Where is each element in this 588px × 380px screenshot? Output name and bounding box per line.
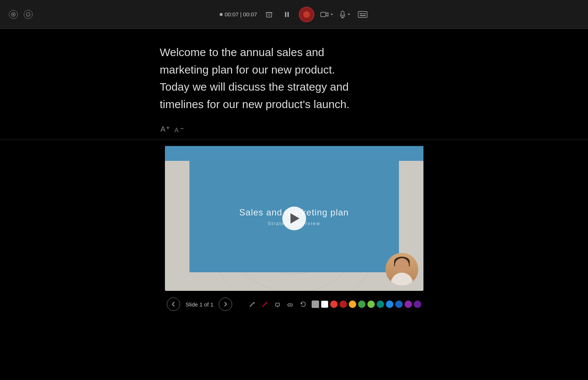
- slide-label: Slide 1 of 1: [185, 301, 213, 308]
- svg-marker-19: [348, 14, 350, 15]
- font-increase-icon: A: [160, 124, 169, 134]
- svg-rect-11: [285, 12, 286, 17]
- font-controls: A A: [0, 120, 588, 140]
- chevron-right-icon: [223, 302, 228, 307]
- color-deep-purple[interactable]: [414, 301, 421, 308]
- svg-rect-12: [287, 12, 289, 17]
- microphone-button[interactable]: [340, 11, 351, 18]
- mic-dropdown-icon: [347, 13, 351, 16]
- color-blue[interactable]: [386, 301, 393, 308]
- slide-area: Sales and marketing plan Strategic overv…: [0, 140, 588, 380]
- info-icon: i: [26, 12, 30, 17]
- color-purple[interactable]: [405, 301, 412, 308]
- play-triangle: [290, 213, 299, 224]
- toolbar-center: 00:07 | 00:07: [220, 7, 368, 22]
- color-gray[interactable]: [312, 301, 319, 308]
- undo-tool-button[interactable]: [298, 299, 308, 309]
- slide-container: Sales and marketing plan Strategic overv…: [165, 146, 423, 291]
- highlighter-tool-button[interactable]: [272, 299, 283, 309]
- close-icon: [11, 12, 16, 17]
- color-red[interactable]: [330, 301, 338, 308]
- avatar-head: [395, 258, 409, 272]
- color-dark-blue[interactable]: [395, 301, 403, 308]
- font-decrease-button[interactable]: A: [174, 124, 183, 134]
- svg-rect-16: [341, 11, 344, 16]
- eraser-tool-button[interactable]: [285, 299, 295, 309]
- drawing-tools: [247, 299, 308, 309]
- play-circle: [282, 207, 306, 230]
- camera-dropdown-icon: [330, 13, 334, 16]
- font-increase-button[interactable]: A: [160, 124, 169, 134]
- color-yellow[interactable]: [349, 301, 356, 308]
- svg-marker-35: [301, 302, 303, 304]
- svg-rect-31: [276, 303, 279, 306]
- next-slide-button[interactable]: [219, 298, 232, 311]
- info-button[interactable]: i: [24, 10, 33, 19]
- font-decrease-icon: A: [174, 124, 183, 134]
- undo-icon: [299, 301, 306, 308]
- presenter-avatar: [386, 253, 418, 286]
- svg-marker-14: [326, 13, 328, 16]
- bottom-bar: Slide 1 of 1: [167, 291, 421, 318]
- pause-icon: [283, 11, 290, 18]
- svg-line-29: [250, 302, 254, 306]
- toolbar: i 00:07 | 00:07: [0, 0, 588, 29]
- pen2-icon: [261, 301, 268, 308]
- transcript-area: Welcome to the annual sales and marketin…: [0, 29, 588, 120]
- pause-button[interactable]: [281, 9, 293, 20]
- highlighter-icon: [274, 301, 281, 308]
- camera-icon: [320, 11, 328, 18]
- play-button[interactable]: [165, 146, 423, 291]
- time-display: 00:07 | 00:07: [220, 11, 257, 17]
- toolbar-left: i: [9, 10, 33, 19]
- svg-text:A: A: [175, 127, 179, 133]
- color-dark-red[interactable]: [340, 301, 347, 308]
- svg-marker-15: [331, 14, 333, 15]
- delete-button[interactable]: [263, 9, 275, 20]
- prev-slide-button[interactable]: [167, 298, 180, 311]
- svg-rect-20: [358, 12, 367, 17]
- color-white[interactable]: [321, 301, 328, 308]
- transcript-text: Welcome to the annual sales and marketin…: [160, 44, 353, 113]
- time-dot: [220, 13, 222, 16]
- svg-text:A: A: [160, 125, 166, 133]
- svg-rect-5: [266, 13, 272, 17]
- svg-rect-13: [321, 12, 326, 17]
- chevron-left-icon: [171, 302, 176, 307]
- svg-line-30: [263, 302, 267, 306]
- avatar-person: [386, 253, 418, 286]
- captions-button[interactable]: [357, 9, 368, 20]
- avatar-body: [391, 273, 413, 286]
- pen-tool-button[interactable]: [247, 299, 257, 309]
- time-value: 00:07 | 00:07: [225, 11, 257, 17]
- captions-icon: [358, 11, 367, 18]
- camera-button[interactable]: [320, 11, 334, 18]
- color-light-green[interactable]: [367, 301, 375, 308]
- pen-icon: [249, 301, 256, 308]
- color-green[interactable]: [358, 301, 366, 308]
- pen2-tool-button[interactable]: [260, 299, 270, 309]
- record-button[interactable]: [299, 7, 314, 22]
- mic-icon: [340, 11, 345, 18]
- color-swatches: [312, 301, 421, 308]
- eraser-icon: [287, 301, 293, 308]
- record-indicator: [303, 11, 310, 18]
- main-content: Welcome to the annual sales and marketin…: [0, 29, 588, 380]
- close-button[interactable]: [9, 10, 18, 19]
- color-teal[interactable]: [377, 301, 384, 308]
- trash-icon: [265, 11, 273, 18]
- svg-text:i: i: [28, 13, 29, 16]
